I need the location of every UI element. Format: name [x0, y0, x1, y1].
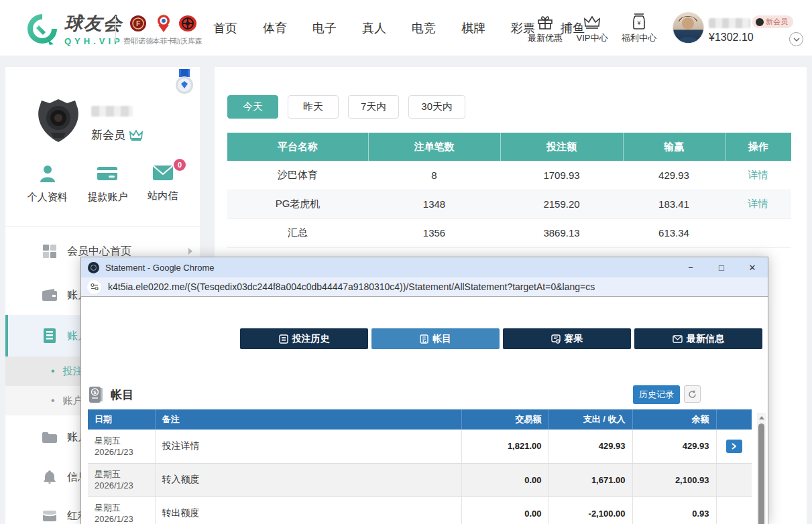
row-amount: 0.00: [461, 463, 548, 497]
level-medal-icon: [172, 69, 197, 103]
nav-sports[interactable]: 体育: [263, 20, 287, 36]
account-dropdown-toggle[interactable]: [789, 32, 803, 46]
profile-shortcut[interactable]: 个人资料: [27, 164, 68, 204]
nav-live[interactable]: 真人: [362, 20, 386, 36]
col-expense-income: 支出 / 收入: [548, 409, 632, 430]
bullet-icon: •: [51, 365, 55, 377]
nav-chess[interactable]: 棋牌: [461, 20, 485, 36]
statement-popup-window: Statement - Google Chrome − □ ✕ k4t5ia.e…: [80, 257, 768, 524]
refresh-button[interactable]: [684, 385, 701, 403]
col-balance: 余额: [632, 409, 716, 430]
detail-link[interactable]: 详情: [748, 169, 768, 180]
table-header-row: 平台名称 注单笔数 投注额 输赢 操作: [227, 133, 791, 161]
site-favicon: [88, 262, 99, 273]
crown-icon: [569, 12, 616, 29]
statement-nav-tabs: 投注历史 帐目 赛果 最新信息: [240, 328, 762, 349]
bet-count: 1356: [368, 218, 500, 247]
shortcut-label: 站内信: [148, 190, 178, 202]
tab-label: 最新信息: [687, 333, 724, 345]
inbox-shortcut[interactable]: 0 站内信: [148, 164, 178, 204]
folder-icon: [42, 432, 57, 443]
scroll-up-arrow[interactable]: [757, 413, 766, 422]
member-level: 新会员: [91, 127, 143, 143]
sponsor-label: 勒沃库森: [169, 36, 207, 46]
row-in-out: -2,100.00: [548, 497, 632, 524]
bet-count: 8: [368, 161, 500, 190]
site-permissions-icon[interactable]: [87, 280, 101, 294]
row-weekday: 星期五: [95, 502, 148, 513]
tab-results[interactable]: 赛果: [503, 328, 631, 349]
tab-bet-history[interactable]: 投注历史: [240, 328, 368, 349]
detail-link[interactable]: 详情: [748, 198, 768, 209]
row-amount: 0.00: [461, 497, 548, 524]
tab-30-days[interactable]: 30天内: [408, 95, 465, 119]
svg-text:¥: ¥: [636, 19, 641, 26]
col-action: 操作: [725, 133, 791, 161]
row-in-out: 429.93: [548, 430, 632, 463]
withdraw-account-shortcut[interactable]: 提款账户: [87, 164, 127, 204]
col-date: 日期: [88, 409, 155, 430]
quick-link-label: 福利中心: [616, 32, 662, 44]
table-row: 沙巴体育 8 1709.93 429.93 详情: [227, 161, 791, 190]
row-balance: 2,100.93: [632, 463, 716, 497]
row-note: 转入额度: [155, 463, 461, 497]
nav-esports[interactable]: 电竞: [412, 20, 436, 36]
popup-scrollbar[interactable]: [757, 413, 766, 524]
tab-yesterday[interactable]: 昨天: [288, 95, 339, 119]
red-packet-icon: [42, 511, 57, 521]
col-transaction-amount: 交易额: [461, 409, 548, 430]
svg-text:F: F: [136, 20, 140, 27]
row-date: 2026/1/23: [95, 513, 148, 524]
inbox-count-badge: 0: [174, 159, 186, 171]
col-winloss: 输赢: [623, 133, 725, 161]
minimize-button[interactable]: −: [675, 257, 706, 277]
brand-logo[interactable]: 球友会 QYH.VIP: [25, 11, 123, 46]
platform-name: 沙巴体育: [227, 161, 368, 190]
row-date: 2026/1/23: [95, 446, 148, 458]
nav-home[interactable]: 首页: [213, 20, 237, 36]
table-row-total: 汇总 1356 3869.13 613.34: [227, 218, 791, 247]
maximize-button[interactable]: □: [706, 257, 737, 277]
mail-icon: [152, 164, 174, 182]
row-weekday: 星期五: [95, 468, 148, 480]
row-note: 投注详情: [155, 430, 461, 463]
statement-row: 星期五2026/1/23 转入额度 0.00 1,671.00 2,100.93: [88, 463, 752, 497]
tab-today[interactable]: 今天: [227, 95, 278, 119]
scrollbar-thumb[interactable]: [758, 423, 764, 524]
bet-amount: 1709.93: [500, 161, 623, 190]
platform-name: 汇总: [227, 218, 368, 247]
col-bet-count: 注单笔数: [368, 133, 500, 161]
welfare-center-link[interactable]: ¥ 福利中心: [616, 12, 662, 44]
nav-slots[interactable]: 电子: [312, 20, 337, 36]
row-weekday: 星期五: [95, 435, 148, 446]
statement-section-header: $ 帐目 历史记录: [88, 383, 758, 406]
tab-label: 帐目: [432, 333, 451, 345]
col-note: 备注: [155, 409, 461, 430]
tab-label: 投注历史: [292, 333, 330, 345]
tab-statement[interactable]: 帐目: [371, 328, 500, 349]
tab-7-days[interactable]: 7天内: [348, 95, 399, 119]
row-amount: 1,821.00: [461, 430, 548, 463]
bell-icon: [42, 470, 57, 484]
tab-latest-news[interactable]: 最新信息: [634, 328, 762, 349]
col-detail: [716, 409, 752, 430]
date-range-tabs: 今天 昨天 7天内 30天内: [227, 95, 465, 119]
row-balance: 429.93: [632, 430, 716, 463]
user-avatar[interactable]: [673, 12, 704, 44]
close-button[interactable]: ✕: [737, 257, 768, 277]
username-blurred: [709, 18, 750, 28]
platform-summary-table: 平台名称 注单笔数 投注额 输赢 操作 沙巴体育 8 1709.93 429.9…: [227, 133, 791, 248]
chevron-right-icon: [732, 443, 736, 450]
history-record-button[interactable]: 历史记录: [633, 385, 680, 404]
username-blurred: [91, 106, 133, 117]
sidebar-divider: [5, 226, 200, 227]
refresh-icon: [688, 390, 697, 399]
popup-window-title: Statement - Google Chrome: [105, 263, 215, 273]
row-detail-button[interactable]: [726, 440, 742, 453]
promotions-link[interactable]: 最新优惠: [522, 12, 569, 44]
bet-history-icon: [279, 334, 288, 344]
popup-address-bar[interactable]: k4t5ia.ele0202.me/(S(Tesqedix03dc244f8a0…: [81, 277, 768, 297]
statement-page: 投注历史 帐目 赛果 最新信息 $ 帐目 历史记录: [81, 298, 768, 524]
popup-titlebar[interactable]: Statement - Google Chrome − □ ✕: [81, 257, 768, 277]
vip-center-link[interactable]: VIP中心: [569, 12, 616, 44]
